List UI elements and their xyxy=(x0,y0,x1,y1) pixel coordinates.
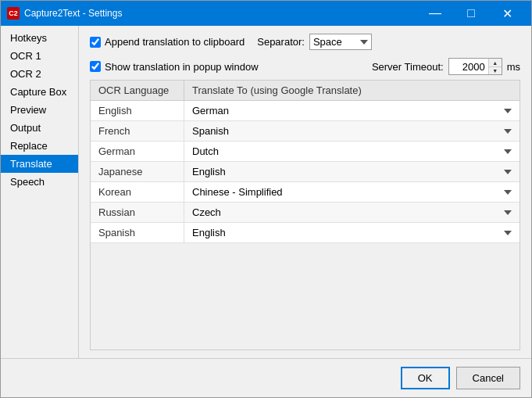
append-clipboard-checkbox[interactable] xyxy=(90,37,101,48)
translate-to-cell: AfrikaansAlbanianArabicAzerbaijaniBasque… xyxy=(184,101,520,120)
main-content: Append translation to clipboard Separato… xyxy=(79,26,531,358)
translate-to-select[interactable]: AfrikaansAlbanianArabicAzerbaijaniBasque… xyxy=(189,103,515,118)
separator-select[interactable]: Space Tab None xyxy=(309,34,372,50)
translate-to-cell: AfrikaansAlbanianArabicAzerbaijaniBasque… xyxy=(184,142,520,161)
translate-to-cell: AfrikaansAlbanianArabicAzerbaijaniBasque… xyxy=(184,162,520,181)
show-popup-label[interactable]: Show translation in popup window xyxy=(90,61,259,73)
spinner-buttons: ▲ ▼ xyxy=(488,59,502,74)
ocr-language-cell: Korean xyxy=(91,182,184,202)
timeout-unit: ms xyxy=(507,61,520,73)
show-popup-text: Show translation in popup window xyxy=(105,61,259,73)
table-header: OCR Language Translate To (using Google … xyxy=(91,81,520,101)
separator-label: Separator: xyxy=(257,36,305,48)
sidebar-item-hotkeys[interactable]: Hotkeys xyxy=(1,29,78,47)
translate-to-cell: AfrikaansAlbanianArabicAzerbaijaniBasque… xyxy=(184,223,520,242)
ocr-language-cell: Russian xyxy=(91,203,184,222)
translate-to-select[interactable]: AfrikaansAlbanianArabicAzerbaijaniBasque… xyxy=(189,225,515,240)
ok-button[interactable]: OK xyxy=(401,367,450,389)
ocr-language-cell: French xyxy=(91,121,184,141)
sidebar-item-output[interactable]: Output xyxy=(1,119,78,137)
translate-to-select[interactable]: AfrikaansAlbanianArabicAzerbaijaniBasque… xyxy=(189,205,515,220)
sidebar-item-ocr2[interactable]: OCR 2 xyxy=(1,65,78,83)
header-ocr-language: OCR Language xyxy=(91,81,184,100)
separator-group: Separator: Space Tab None xyxy=(257,34,372,50)
ocr-language-cell: English xyxy=(91,101,184,120)
maximize-button[interactable]: □ xyxy=(453,1,489,26)
footer: OK Cancel xyxy=(1,358,531,397)
timeout-spinner: 2000 ▲ ▼ xyxy=(448,58,502,75)
translate-to-select[interactable]: AfrikaansAlbanianArabicAzerbaijaniBasque… xyxy=(189,124,515,138)
sidebar-item-ocr1[interactable]: OCR 1 xyxy=(1,47,78,65)
table-row: RussianAfrikaansAlbanianArabicAzerbaijan… xyxy=(91,203,520,223)
sidebar-item-replace[interactable]: Replace xyxy=(1,137,78,155)
window-title: Capture2Text - Settings xyxy=(24,8,417,19)
settings-window: C2 Capture2Text - Settings — □ ✕ Hotkeys… xyxy=(0,0,532,398)
timeout-group: Server Timeout: 2000 ▲ ▼ ms xyxy=(372,58,520,75)
translate-to-select[interactable]: AfrikaansAlbanianArabicAzerbaijaniBasque… xyxy=(189,185,515,199)
translate-to-select[interactable]: AfrikaansAlbanianArabicAzerbaijaniBasque… xyxy=(189,164,515,179)
options-row-2: Show translation in popup window Server … xyxy=(90,58,520,75)
append-clipboard-text: Append translation to clipboard xyxy=(105,36,245,48)
spinner-down[interactable]: ▼ xyxy=(489,66,502,74)
table-row: EnglishAfrikaansAlbanianArabicAzerbaijan… xyxy=(91,101,520,121)
content-area: HotkeysOCR 1OCR 2Capture BoxPreviewOutpu… xyxy=(1,26,531,358)
window-controls: — □ ✕ xyxy=(417,1,525,26)
table-row: JapaneseAfrikaansAlbanianArabicAzerbaija… xyxy=(91,162,520,182)
timeout-label: Server Timeout: xyxy=(372,61,444,73)
translate-to-cell: AfrikaansAlbanianArabicAzerbaijaniBasque… xyxy=(184,182,520,202)
options-row-1: Append translation to clipboard Separato… xyxy=(90,34,520,50)
table-row: GermanAfrikaansAlbanianArabicAzerbaijani… xyxy=(91,142,520,162)
ocr-language-cell: Spanish xyxy=(91,223,184,242)
title-bar: C2 Capture2Text - Settings — □ ✕ xyxy=(1,1,531,26)
sidebar-item-capture-box[interactable]: Capture Box xyxy=(1,83,78,101)
ocr-language-cell: German xyxy=(91,142,184,161)
translation-table: OCR Language Translate To (using Google … xyxy=(90,80,520,350)
ocr-language-cell: Japanese xyxy=(91,162,184,181)
sidebar-item-preview[interactable]: Preview xyxy=(1,101,78,119)
translate-to-select[interactable]: AfrikaansAlbanianArabicAzerbaijaniBasque… xyxy=(189,144,515,159)
table-row: KoreanAfrikaansAlbanianArabicAzerbaijani… xyxy=(91,182,520,203)
header-translate-to: Translate To (using Google Translate) xyxy=(184,81,520,100)
timeout-input[interactable]: 2000 xyxy=(449,59,488,74)
cancel-button[interactable]: Cancel xyxy=(456,367,520,389)
sidebar-item-translate[interactable]: Translate xyxy=(1,155,78,173)
translate-to-cell: AfrikaansAlbanianArabicAzerbaijaniBasque… xyxy=(184,203,520,222)
sidebar-item-speech[interactable]: Speech xyxy=(1,173,78,191)
minimize-button[interactable]: — xyxy=(417,1,453,26)
close-button[interactable]: ✕ xyxy=(489,1,525,26)
show-popup-checkbox[interactable] xyxy=(90,61,101,72)
translate-to-cell: AfrikaansAlbanianArabicAzerbaijaniBasque… xyxy=(184,121,520,141)
sidebar: HotkeysOCR 1OCR 2Capture BoxPreviewOutpu… xyxy=(1,26,79,358)
table-body: EnglishAfrikaansAlbanianArabicAzerbaijan… xyxy=(91,101,520,243)
table-row: SpanishAfrikaansAlbanianArabicAzerbaijan… xyxy=(91,223,520,243)
spinner-up[interactable]: ▲ xyxy=(489,59,502,66)
table-row: FrenchAfrikaansAlbanianArabicAzerbaijani… xyxy=(91,121,520,142)
append-clipboard-label[interactable]: Append translation to clipboard xyxy=(90,36,245,48)
app-icon: C2 xyxy=(7,7,20,20)
